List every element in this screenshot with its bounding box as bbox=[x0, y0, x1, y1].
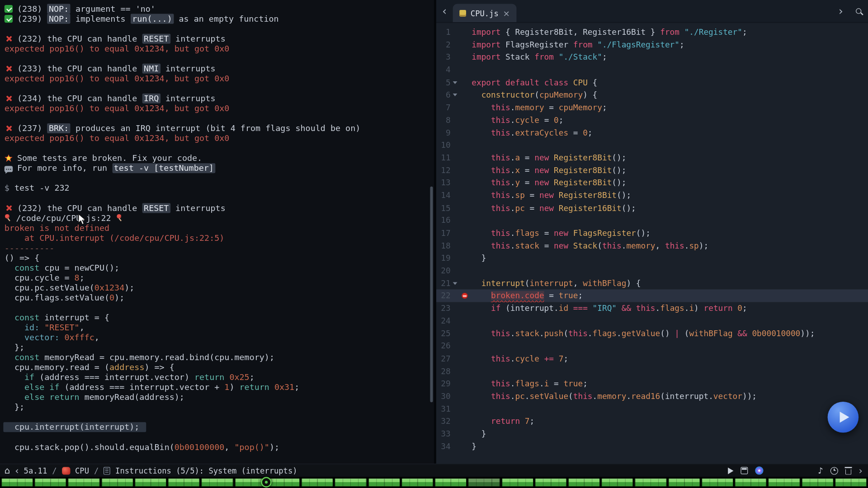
progress-segment[interactable] bbox=[468, 478, 500, 487]
line-number[interactable]: 33 bbox=[436, 428, 451, 441]
line-number[interactable]: 8 bbox=[436, 114, 451, 127]
progress-segment[interactable] bbox=[535, 478, 567, 487]
line-number[interactable]: 4 bbox=[436, 64, 451, 76]
run-tests-button[interactable] bbox=[828, 402, 859, 433]
tabs-forward-chevron[interactable]: › bbox=[833, 0, 849, 22]
progress-segment[interactable] bbox=[68, 478, 100, 487]
line-number[interactable]: 30 bbox=[436, 390, 451, 403]
trash-icon[interactable] bbox=[845, 469, 851, 474]
line-number[interactable]: 31 bbox=[436, 403, 451, 415]
line-number[interactable]: 11 bbox=[436, 151, 451, 164]
breadcrumb-chapter[interactable]: CPU bbox=[75, 466, 89, 475]
breadcrumb-lesson[interactable]: Instructions (5/5): System (interrupts) bbox=[115, 466, 297, 475]
code-editor[interactable]: 1import { Register8Bit, Register16Bit } … bbox=[436, 23, 868, 464]
progress-segment[interactable] bbox=[501, 478, 533, 487]
line-number[interactable]: 9 bbox=[436, 127, 451, 139]
fold-icon[interactable] bbox=[451, 76, 460, 89]
breakpoint-gutter bbox=[459, 51, 472, 64]
line-number[interactable]: 26 bbox=[436, 340, 451, 352]
line-number[interactable]: 19 bbox=[436, 252, 451, 265]
progress-segment[interactable] bbox=[335, 478, 367, 487]
line-number[interactable]: 1 bbox=[436, 26, 451, 39]
line-number[interactable]: 3 bbox=[436, 51, 451, 64]
lesson-progress-bar[interactable] bbox=[0, 477, 868, 488]
run-icon[interactable] bbox=[728, 467, 733, 474]
code-token: broken is not defined bbox=[5, 223, 109, 233]
line-number[interactable]: 15 bbox=[436, 202, 451, 214]
code-token: ) { bbox=[583, 90, 597, 99]
line-number[interactable]: 25 bbox=[436, 327, 451, 340]
line-number[interactable]: 21 bbox=[436, 277, 451, 290]
line-number[interactable]: 17 bbox=[436, 227, 451, 239]
code-token: , bbox=[94, 333, 99, 343]
code-token bbox=[44, 392, 49, 402]
line-number[interactable]: 7 bbox=[436, 101, 451, 114]
tab-close-icon[interactable]: × bbox=[503, 8, 510, 18]
progress-segment[interactable] bbox=[635, 478, 667, 487]
line-number[interactable]: 20 bbox=[436, 264, 451, 277]
line-number[interactable]: 6 bbox=[436, 89, 451, 101]
line-number[interactable]: 22 bbox=[436, 290, 451, 302]
progress-segment[interactable] bbox=[768, 478, 800, 487]
code-token: flags bbox=[660, 304, 684, 313]
breadcrumb-version[interactable]: 5a.11 bbox=[24, 466, 47, 475]
code-token bbox=[472, 116, 491, 125]
progress-segment[interactable] bbox=[368, 478, 400, 487]
search-icon[interactable] bbox=[849, 0, 868, 22]
line-number[interactable]: 27 bbox=[436, 352, 451, 365]
line-number[interactable]: 12 bbox=[436, 164, 451, 177]
editor-line: 1import { Register8Bit, Register16Bit } … bbox=[436, 26, 868, 39]
progress-segment[interactable] bbox=[301, 478, 333, 487]
progress-segment[interactable] bbox=[268, 478, 300, 487]
progress-segment[interactable] bbox=[802, 478, 834, 487]
fold-icon[interactable] bbox=[451, 89, 460, 101]
fold-icon[interactable] bbox=[451, 277, 460, 290]
tabs-back-chevron[interactable]: ‹ bbox=[436, 0, 453, 22]
tab-cpu-js[interactable]: CPU.js × bbox=[453, 4, 517, 22]
line-number[interactable]: 32 bbox=[436, 415, 451, 428]
progress-segment[interactable] bbox=[34, 478, 66, 487]
line-number[interactable]: 34 bbox=[436, 440, 451, 453]
progress-segment[interactable] bbox=[701, 478, 733, 487]
progress-segment[interactable] bbox=[568, 478, 600, 487]
breadcrumb-back-chevron[interactable]: ‹ bbox=[15, 466, 19, 475]
disc-icon[interactable] bbox=[755, 466, 763, 474]
progress-segment[interactable] bbox=[168, 478, 200, 487]
terminal-scrollbar[interactable] bbox=[430, 187, 433, 403]
save-icon[interactable] bbox=[741, 467, 748, 474]
progress-segment[interactable] bbox=[1, 478, 33, 487]
line-number[interactable]: 13 bbox=[436, 177, 451, 189]
progress-segment[interactable] bbox=[835, 478, 867, 487]
home-icon[interactable]: ⌂ bbox=[5, 466, 10, 475]
progress-segment[interactable] bbox=[668, 478, 700, 487]
breadcrumb-forward-chevron[interactable]: › bbox=[859, 466, 862, 475]
progress-segment[interactable] bbox=[735, 478, 767, 487]
line-number[interactable]: 29 bbox=[436, 377, 451, 390]
code-token: "IRQ" bbox=[593, 304, 617, 313]
line-number[interactable]: 23 bbox=[436, 302, 451, 315]
line-number[interactable]: 14 bbox=[436, 189, 451, 202]
history-icon[interactable] bbox=[830, 467, 838, 474]
gutter-spacer bbox=[451, 177, 460, 189]
line-number[interactable]: 2 bbox=[436, 38, 451, 51]
progress-segment[interactable] bbox=[134, 478, 166, 487]
progress-marker[interactable] bbox=[261, 477, 272, 488]
code-token: . bbox=[539, 379, 544, 388]
line-number[interactable]: 10 bbox=[436, 139, 451, 152]
code-token: (); bbox=[636, 229, 651, 238]
progress-segment[interactable] bbox=[201, 478, 233, 487]
code-token: (232) the CPU can handle bbox=[17, 34, 142, 44]
progress-segment[interactable] bbox=[434, 478, 467, 487]
line-number[interactable]: 16 bbox=[436, 214, 451, 227]
line-number[interactable]: 28 bbox=[436, 365, 451, 378]
code-token: ; bbox=[583, 379, 588, 388]
editor-line: 19 } bbox=[436, 252, 868, 265]
progress-segment[interactable] bbox=[101, 478, 133, 487]
line-number[interactable]: 5 bbox=[436, 76, 451, 89]
test-output-panel[interactable]: (238) NOP: argument == 'no'(239) NOP: im… bbox=[0, 0, 434, 464]
line-number[interactable]: 24 bbox=[436, 315, 451, 328]
music-icon[interactable]: ♪ bbox=[818, 465, 823, 475]
progress-segment[interactable] bbox=[401, 478, 434, 487]
progress-segment[interactable] bbox=[601, 478, 633, 487]
line-number[interactable]: 18 bbox=[436, 239, 451, 252]
